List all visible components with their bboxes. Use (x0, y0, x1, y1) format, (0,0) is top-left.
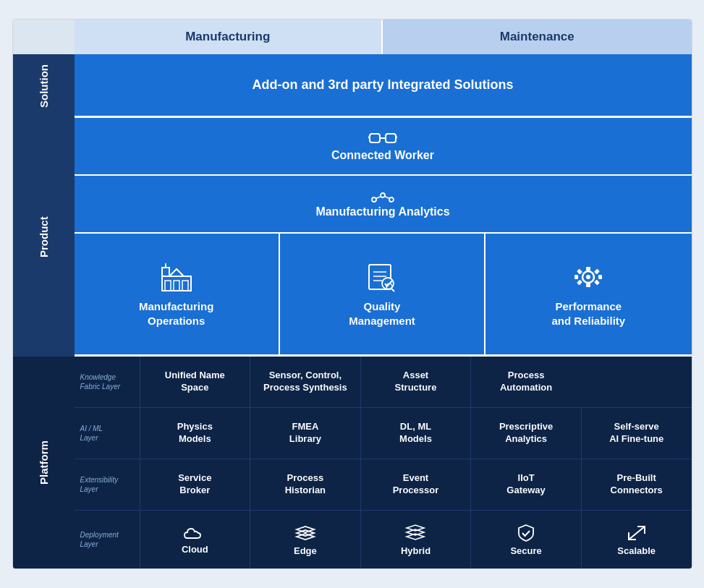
analytics-text: Manufacturing Analytics (315, 205, 449, 218)
cell-sensor: Sensor, Control,Process Synthesis (263, 370, 347, 394)
gear-icon (568, 260, 608, 294)
platform-label-extensibility: ExtensibilityLayer (75, 471, 140, 498)
svg-rect-10 (174, 281, 179, 291)
product-card-manufacturing: ManufacturingOperations (75, 234, 280, 354)
solution-row: Add-on and 3rd party Integrated Solution… (75, 54, 692, 118)
card-title-quality: QualityManagement (349, 299, 415, 328)
svg-rect-11 (182, 281, 188, 291)
svg-rect-1 (386, 134, 396, 142)
deploy-label-scalable: Scalable (617, 545, 656, 556)
platform-cell-iiot: IIoTGateway (470, 459, 581, 510)
scalable-icon (626, 524, 648, 542)
connected-worker-text: Connected Worker (331, 149, 434, 162)
svg-rect-0 (370, 134, 380, 142)
svg-point-24 (586, 275, 590, 279)
label-product: Product (13, 118, 75, 357)
card-title-manufacturing: ManufacturingOperations (139, 299, 213, 328)
card-title-performance: Performanceand Reliability (551, 299, 625, 328)
svg-rect-31 (577, 280, 582, 286)
platform-cell-eventprocessor: EventProcessor (360, 459, 471, 510)
label-col: Solution Product Platform (13, 54, 75, 568)
platform-cell-connectors: Pre-BuiltConnectors (581, 459, 692, 510)
edge-icon (294, 524, 317, 542)
header-row: Manufacturing Maintenance (13, 20, 692, 54)
platform-cell-selfserve: Self-serveAI Fine-tune (581, 408, 692, 459)
hybrid-icon (404, 524, 427, 542)
quality-icon (362, 260, 402, 294)
svg-point-7 (389, 197, 394, 202)
platform-label-deployment: DeploymentLayer (75, 526, 140, 553)
product-cards-row: ManufacturingOperations (75, 234, 692, 357)
deploy-cell-hybrid: Hybrid (360, 511, 471, 568)
svg-rect-27 (574, 275, 578, 279)
deployment-row: DeploymentLayer Cloud Ed (75, 511, 692, 568)
cell-processauto: ProcessAutomation (500, 370, 552, 394)
svg-rect-9 (165, 281, 171, 291)
cloud-icon (183, 525, 206, 541)
platform-label-knowledge: KnowledgeFabric Layer (75, 368, 140, 396)
diagram-wrapper: Manufacturing Maintenance Solution Produ… (12, 19, 692, 569)
main-grid: Solution Product Platform Add-on and 3rd… (13, 54, 692, 568)
platform-label-aiml: AI / MLLayer (75, 419, 140, 447)
factory-icon (156, 260, 197, 294)
platform-cell-processhistorian: ProcessHistorian (250, 459, 360, 510)
deploy-label-hybrid: Hybrid (401, 545, 431, 556)
platform-cell-physics: PhysicsModels (140, 408, 250, 459)
svg-rect-28 (598, 275, 602, 279)
svg-rect-30 (594, 269, 600, 275)
product-card-performance: Performanceand Reliability (485, 234, 691, 354)
cell-uns: Unified NameSpace (165, 370, 225, 394)
svg-line-22 (391, 289, 394, 291)
svg-rect-8 (162, 276, 191, 291)
deploy-cell-scalable: Scalable (581, 511, 692, 568)
platform-cell-asset: AssetStructure (360, 357, 471, 407)
header-spacer (13, 20, 75, 54)
platform-cell-processauto: ProcessAutomation (470, 357, 581, 407)
platform-cell-servicebroker: ServiceBroker (140, 459, 250, 510)
deploy-cell-secure: Secure (470, 511, 581, 568)
deploy-label-cloud: Cloud (182, 544, 208, 555)
svg-rect-26 (586, 284, 590, 287)
analytics-icon (368, 189, 397, 205)
deploy-label-edge: Edge (294, 545, 317, 556)
svg-point-6 (381, 193, 385, 197)
product-card-quality: QualityManagement (280, 234, 485, 354)
svg-rect-25 (586, 267, 590, 270)
svg-line-33 (629, 527, 645, 540)
header-manufacturing: Manufacturing (75, 20, 383, 54)
deploy-cell-edge: Edge (250, 511, 360, 568)
platform-row-extensibility: ExtensibilityLayer ServiceBroker Process… (75, 459, 692, 511)
deploy-cell-cloud: Cloud (140, 511, 250, 568)
platform-cell-prescriptive: PrescriptiveAnalytics (470, 408, 581, 459)
deploy-label-secure: Secure (510, 545, 541, 556)
platform-cell-uns: Unified NameSpace (140, 357, 250, 407)
platform-row-aiml: AI / MLLayer PhysicsModels FMEALibrary D… (75, 408, 692, 459)
connected-worker-row: Connected Worker (75, 118, 692, 176)
svg-rect-32 (594, 280, 600, 286)
content-col: Add-on and 3rd party Integrated Solution… (75, 54, 692, 568)
label-platform: Platform (13, 357, 75, 568)
secure-icon (516, 524, 536, 542)
label-solution: Solution (13, 54, 75, 118)
svg-rect-29 (577, 269, 582, 275)
goggles-icon (368, 130, 397, 146)
platform-cell-dlml: DL, MLModels (360, 408, 471, 459)
cell-asset: AssetStructure (395, 370, 437, 394)
solution-text: Add-on and 3rd party Integrated Solution… (252, 77, 513, 93)
header-maintenance: Maintenance (383, 20, 692, 54)
platform-row-knowledge: KnowledgeFabric Layer Unified NameSpace … (75, 357, 692, 408)
platform-cell-sensor: Sensor, Control,Process Synthesis (250, 357, 360, 407)
svg-point-5 (372, 197, 376, 202)
platform-cell-fmea: FMEALibrary (250, 408, 360, 459)
analytics-row: Manufacturing Analytics (75, 176, 692, 234)
